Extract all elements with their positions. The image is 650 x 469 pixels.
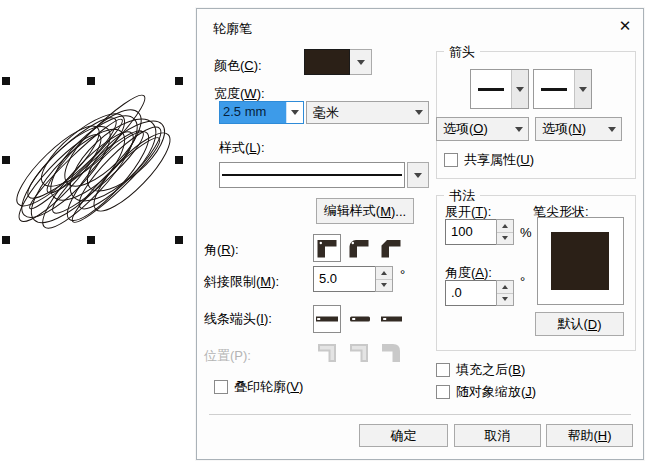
width-unit-combo[interactable]: 毫米 — [306, 101, 429, 124]
application-canvas: 轮廓笔 ✕ 颜色(C): 宽度(W): 2.5 mm 毫米 样式(L): 编辑样… — [0, 0, 650, 469]
checkbox-icon[interactable] — [436, 385, 450, 399]
position-outside-icon — [316, 342, 338, 364]
cap-round-button[interactable] — [345, 305, 373, 333]
chevron-down-icon — [516, 87, 524, 92]
round-corner-icon — [348, 237, 370, 259]
corner-miter-button[interactable] — [313, 234, 341, 262]
cap-square-button[interactable] — [377, 305, 405, 333]
miter-limit-unit: ° — [400, 267, 405, 282]
corner-round-button[interactable] — [345, 234, 373, 262]
plain-line-icon — [541, 88, 567, 91]
checkbox-icon[interactable] — [436, 363, 450, 377]
selection-handle[interactable] — [175, 77, 183, 85]
cancel-button[interactable]: 取消 — [454, 424, 541, 447]
position-inside-icon — [380, 342, 402, 364]
chevron-down-icon — [410, 110, 428, 115]
dialog-title: 轮廓笔 — [213, 20, 252, 38]
width-combo[interactable]: 2.5 mm — [219, 101, 304, 124]
chevron-down-icon — [414, 173, 422, 178]
nib-square — [551, 232, 609, 290]
spin-down-button[interactable] — [497, 232, 513, 245]
corner-bevel-button[interactable] — [377, 234, 405, 262]
style-combo[interactable] — [219, 162, 429, 188]
spin-up-button[interactable] — [497, 220, 513, 232]
default-button[interactable]: 默认(D) — [535, 312, 624, 336]
start-arrowhead-dropdown-button[interactable] — [511, 70, 528, 108]
bevel-corner-icon — [380, 237, 402, 259]
options-right-label: 选项(N) — [536, 120, 603, 138]
style-dropdown-button[interactable] — [407, 162, 429, 188]
position-inside-button — [377, 339, 405, 367]
end-arrowhead-combo[interactable] — [533, 69, 592, 109]
selection-handle[interactable] — [2, 236, 10, 244]
edit-style-button[interactable]: 编辑样式(M)... — [316, 198, 414, 224]
position-outside-button — [313, 339, 341, 367]
share-attributes-checkbox[interactable]: 共享属性(U) — [444, 151, 534, 169]
outline-pen-dialog: 轮廓笔 ✕ 颜色(C): 宽度(W): 2.5 mm 毫米 样式(L): 编辑样… — [196, 8, 644, 460]
corner-label: 角(R): — [204, 241, 239, 259]
checkbox-icon[interactable] — [444, 153, 458, 167]
start-arrowhead-combo[interactable] — [470, 69, 529, 109]
spin-down-button[interactable] — [376, 279, 392, 292]
drawing-canvas[interactable] — [0, 0, 196, 469]
arrows-group-title: 箭头 — [444, 43, 480, 61]
options-right-combo[interactable]: 选项(N) — [535, 117, 622, 141]
angle-value[interactable]: .0 — [445, 280, 496, 306]
selection-handle[interactable] — [87, 77, 95, 85]
chevron-up-icon — [502, 224, 508, 228]
selection-handle[interactable] — [2, 77, 10, 85]
behind-fill-checkbox[interactable]: 填充之后(B) — [436, 361, 525, 379]
width-dropdown-button[interactable] — [286, 102, 303, 123]
chevron-down-icon — [510, 127, 528, 132]
start-arrowhead-preview[interactable] — [471, 70, 511, 108]
position-centered-button — [345, 339, 373, 367]
chevron-down-icon — [502, 297, 508, 301]
help-button[interactable]: 帮助(H) — [546, 424, 633, 447]
solid-line-icon — [222, 174, 402, 176]
chevron-up-icon — [381, 271, 387, 275]
close-icon[interactable]: ✕ — [613, 14, 637, 38]
chevron-down-icon — [579, 87, 587, 92]
overprint-outline-label: 叠印轮廓(V) — [234, 378, 303, 396]
selection-handle[interactable] — [2, 156, 10, 164]
color-swatch[interactable] — [304, 49, 350, 75]
position-centered-icon — [348, 342, 370, 364]
selection-handle[interactable] — [175, 236, 183, 244]
width-unit-value: 毫米 — [307, 104, 410, 122]
spin-down-button[interactable] — [497, 293, 513, 306]
chevron-down-icon — [502, 236, 508, 240]
angle-spinner[interactable]: .0 — [445, 280, 514, 306]
stretch-spinner[interactable]: 100 — [445, 219, 514, 245]
chevron-down-icon — [603, 127, 621, 132]
miter-limit-spinner[interactable]: 5.0 — [313, 266, 393, 292]
position-label: 位置(P): — [204, 347, 251, 365]
chevron-down-icon — [381, 283, 387, 287]
share-attributes-label: 共享属性(U) — [464, 151, 534, 169]
selection-handle[interactable] — [87, 236, 95, 244]
color-dropdown-button[interactable] — [350, 49, 372, 75]
stretch-value[interactable]: 100 — [445, 219, 496, 245]
ok-button[interactable]: 确定 — [359, 424, 448, 447]
butt-cap-icon — [315, 313, 339, 325]
nib-shape-preview[interactable] — [537, 217, 624, 305]
checkbox-icon[interactable] — [214, 380, 228, 394]
miter-limit-value[interactable]: 5.0 — [313, 266, 375, 292]
color-picker[interactable] — [304, 49, 372, 75]
scale-with-object-checkbox[interactable]: 随对象缩放(J) — [436, 383, 536, 401]
miter-limit-label: 斜接限制(M): — [204, 273, 279, 291]
style-preview[interactable] — [219, 162, 405, 188]
width-value[interactable]: 2.5 mm — [220, 102, 286, 123]
scale-with-object-label: 随对象缩放(J) — [456, 383, 536, 401]
end-arrowhead-dropdown-button[interactable] — [574, 70, 591, 108]
cap-butt-button[interactable] — [313, 305, 341, 333]
spin-up-button[interactable] — [376, 267, 392, 279]
chevron-down-icon — [357, 60, 365, 65]
end-arrowhead-preview[interactable] — [534, 70, 574, 108]
scribble-object[interactable] — [8, 88, 190, 236]
options-left-label: 选项(O) — [437, 120, 510, 138]
overprint-outline-checkbox[interactable]: 叠印轮廓(V) — [214, 378, 303, 396]
spin-up-button[interactable] — [497, 281, 513, 293]
options-left-combo[interactable]: 选项(O) — [436, 117, 529, 141]
chevron-down-icon — [291, 110, 299, 115]
selection-handle[interactable] — [175, 156, 183, 164]
